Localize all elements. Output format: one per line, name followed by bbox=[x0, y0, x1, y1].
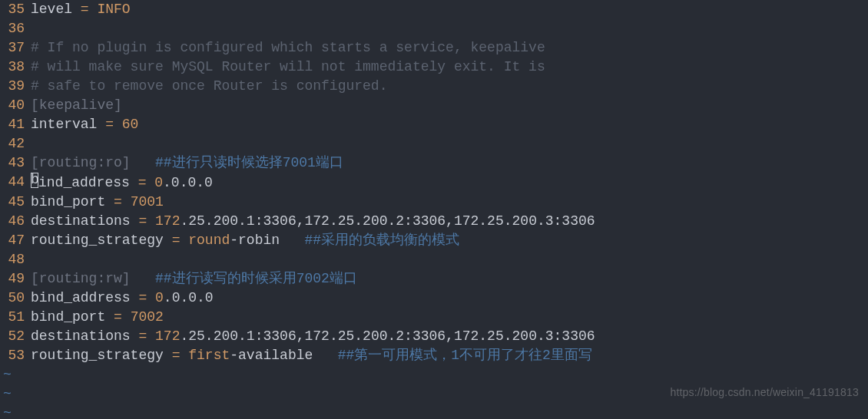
empty-line-tilde: ~ bbox=[0, 404, 868, 419]
code-content[interactable] bbox=[31, 19, 868, 38]
code-content[interactable]: ind_address = 0.0.0.0 bbox=[31, 173, 868, 193]
watermark-text: https://blog.csdn.net/weixin_41191813 bbox=[670, 383, 859, 402]
code-token: bind_address bbox=[31, 290, 138, 305]
code-content[interactable]: # If no plugin is configured which start… bbox=[31, 38, 868, 58]
line-number: 52 bbox=[0, 327, 31, 346]
code-content[interactable]: # will make sure MySQL Router will not i… bbox=[31, 58, 868, 77]
code-token: = INFO bbox=[81, 2, 131, 17]
code-content[interactable]: interval = 60 bbox=[31, 115, 868, 134]
code-token: = 172 bbox=[138, 213, 180, 229]
code-line[interactable]: 40[keepalive] bbox=[0, 96, 868, 115]
code-token: bind_port bbox=[31, 309, 114, 325]
code-token: = 172 bbox=[138, 328, 180, 344]
line-number: 44 bbox=[0, 173, 31, 193]
empty-line-tilde: ~ bbox=[0, 365, 868, 384]
code-content[interactable]: bind_port = 7001 bbox=[31, 193, 868, 212]
code-token: # If no plugin is configured which start… bbox=[31, 40, 545, 55]
code-line[interactable]: 49[routing:rw] ##进行读写的时候采用7002端口 bbox=[0, 269, 868, 289]
code-line[interactable]: 46destinations = 172.25.200.1:3306,172.2… bbox=[0, 212, 868, 231]
line-number: 46 bbox=[0, 212, 31, 231]
code-line[interactable]: 52destinations = 172.25.200.1:3306,172.2… bbox=[0, 327, 868, 346]
code-content[interactable] bbox=[31, 250, 868, 269]
code-token: .0.0.0 bbox=[163, 175, 213, 190]
line-number: 47 bbox=[0, 231, 31, 250]
code-line[interactable]: 47routing_strategy = round-robin ##采用的负载… bbox=[0, 231, 868, 250]
code-content[interactable]: destinations = 172.25.200.1:3306,172.25.… bbox=[31, 212, 868, 231]
code-token: ##第一可用模式，1不可用了才往2里面写 bbox=[338, 348, 592, 363]
code-token: = round bbox=[172, 233, 230, 248]
code-token: -robin bbox=[230, 233, 304, 248]
code-content[interactable]: destinations = 172.25.200.1:3306,172.25.… bbox=[31, 327, 868, 346]
line-number: 40 bbox=[0, 96, 31, 115]
code-token: = 0 bbox=[138, 290, 163, 305]
line-number: 43 bbox=[0, 153, 31, 173]
code-token: .25.200.1:3306,172.25.200.2:3306,172.25.… bbox=[180, 213, 595, 229]
code-token: ##进行只读时候选择7001端口 bbox=[155, 155, 343, 170]
line-number: 49 bbox=[0, 269, 31, 289]
code-token: .0.0.0 bbox=[164, 290, 214, 305]
line-number: 41 bbox=[0, 115, 31, 134]
code-token: = 7001 bbox=[114, 194, 164, 210]
code-line[interactable]: 51bind_port = 7002 bbox=[0, 308, 868, 327]
code-line[interactable]: 50bind_address = 0.0.0.0 bbox=[0, 289, 868, 308]
code-line[interactable]: 39# safe to remove once Router is config… bbox=[0, 77, 868, 96]
code-token: level bbox=[31, 2, 81, 17]
code-content[interactable]: routing_strategy = round-robin ##采用的负载均衡… bbox=[31, 231, 868, 250]
code-token: = first bbox=[172, 348, 230, 363]
code-line[interactable]: 41interval = 60 bbox=[0, 115, 868, 134]
code-line[interactable]: 38# will make sure MySQL Router will not… bbox=[0, 58, 868, 77]
code-token: # safe to remove once Router is configur… bbox=[31, 78, 387, 94]
code-token: interval bbox=[31, 117, 105, 132]
line-number: 37 bbox=[0, 38, 31, 58]
code-token: [keepalive] bbox=[31, 97, 122, 113]
code-content[interactable]: bind_address = 0.0.0.0 bbox=[31, 289, 868, 308]
code-token: .25.200.1:3306,172.25.200.2:3306,172.25.… bbox=[180, 328, 595, 344]
code-token: ##采用的负载均衡的模式 bbox=[304, 233, 459, 248]
code-line[interactable]: 42 bbox=[0, 134, 868, 153]
code-line[interactable]: 36 bbox=[0, 19, 868, 38]
code-token: = 0 bbox=[138, 175, 163, 190]
line-number: 36 bbox=[0, 19, 31, 38]
code-content[interactable] bbox=[31, 134, 868, 153]
code-line[interactable]: 37# If no plugin is configured which sta… bbox=[0, 38, 868, 58]
line-number: 50 bbox=[0, 289, 31, 308]
code-token: destinations bbox=[31, 328, 138, 344]
line-number: 42 bbox=[0, 134, 31, 153]
code-content[interactable]: [keepalive] bbox=[31, 96, 868, 115]
code-token: = 60 bbox=[105, 117, 138, 132]
line-number: 53 bbox=[0, 346, 31, 365]
code-token: routing_strategy bbox=[31, 348, 172, 363]
code-line[interactable]: 44ind_address = 0.0.0.0 bbox=[0, 173, 868, 193]
code-token bbox=[131, 271, 155, 286]
code-token: ind_address bbox=[38, 175, 138, 190]
line-number: 35 bbox=[0, 0, 31, 19]
line-number: 39 bbox=[0, 77, 31, 96]
line-number: 51 bbox=[0, 308, 31, 327]
code-editor[interactable]: 35level = INFO3637# If no plugin is conf… bbox=[0, 0, 868, 419]
code-token: routing_strategy bbox=[31, 233, 172, 248]
code-token: ##进行读写的时候采用7002端口 bbox=[155, 271, 357, 286]
code-line[interactable]: 53routing_strategy = first-available ##第… bbox=[0, 346, 868, 365]
code-token: -available bbox=[230, 348, 337, 363]
line-number: 48 bbox=[0, 250, 31, 269]
code-token bbox=[131, 155, 155, 170]
code-content[interactable]: level = INFO bbox=[31, 0, 868, 19]
code-token: = 7002 bbox=[114, 309, 164, 325]
line-number: 45 bbox=[0, 193, 31, 212]
code-content[interactable]: routing_strategy = first-available ##第一可… bbox=[31, 346, 868, 365]
code-line[interactable]: 45bind_port = 7001 bbox=[0, 193, 868, 212]
line-number: 38 bbox=[0, 58, 31, 77]
text-cursor bbox=[31, 173, 38, 188]
code-token: [routing:ro] bbox=[31, 155, 131, 170]
code-content[interactable]: [routing:rw] ##进行读写的时候采用7002端口 bbox=[31, 269, 868, 289]
code-line[interactable]: 48 bbox=[0, 250, 868, 269]
code-content[interactable]: [routing:ro] ##进行只读时候选择7001端口 bbox=[31, 153, 868, 173]
code-token: [routing:rw] bbox=[31, 271, 131, 286]
code-token: destinations bbox=[31, 213, 138, 229]
code-token: # will make sure MySQL Router will not i… bbox=[31, 59, 545, 74]
code-content[interactable]: bind_port = 7002 bbox=[31, 308, 868, 327]
code-line[interactable]: 43[routing:ro] ##进行只读时候选择7001端口 bbox=[0, 153, 868, 173]
code-content[interactable]: # safe to remove once Router is configur… bbox=[31, 77, 868, 96]
code-token: bind_port bbox=[31, 194, 114, 210]
code-line[interactable]: 35level = INFO bbox=[0, 0, 868, 19]
